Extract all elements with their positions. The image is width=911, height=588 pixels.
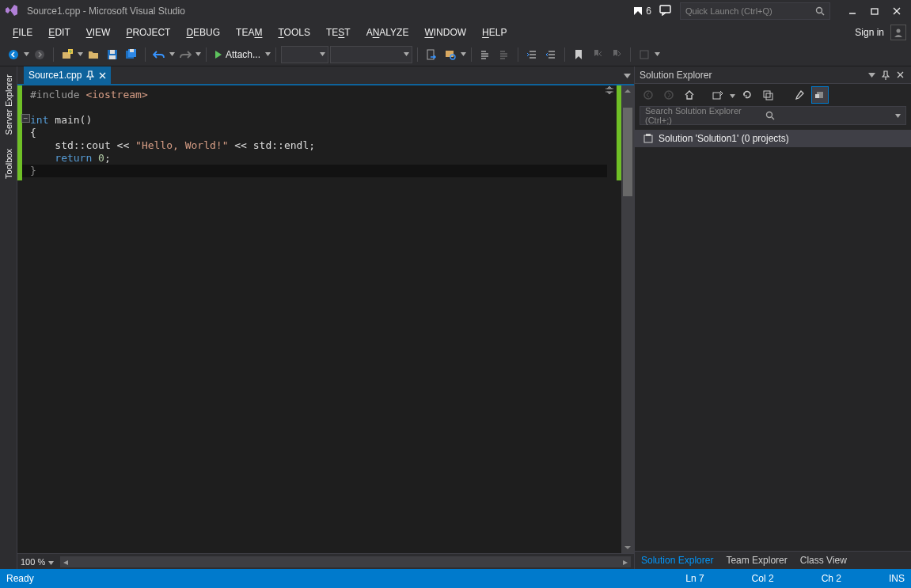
open-file-button[interactable] <box>85 46 102 63</box>
scroll-down-icon[interactable] <box>621 542 634 553</box>
svg-rect-29 <box>764 91 770 97</box>
zoom-level[interactable]: 100 % <box>21 557 45 567</box>
attach-label: Attach... <box>226 49 260 60</box>
menu-test[interactable]: TEST <box>318 25 359 40</box>
menu-debug[interactable]: DEBUG <box>178 25 228 40</box>
notifications-button[interactable]: 6 <box>633 6 651 17</box>
quick-launch-input[interactable]: Quick Launch (Ctrl+Q) <box>680 2 830 20</box>
save-button[interactable] <box>104 46 121 63</box>
solution-explorer-title-bar[interactable]: Solution Explorer <box>635 66 911 84</box>
se-refresh-button[interactable] <box>738 86 756 104</box>
solution-root-node[interactable]: Solution 'Solution1' (0 projects) <box>635 130 911 147</box>
panel-pin-icon[interactable] <box>879 69 892 82</box>
code-editor[interactable]: − #include <iostream> int main() { std::… <box>17 85 634 553</box>
undo-button[interactable] <box>150 46 168 63</box>
solution-explorer-search-placeholder: Search Solution Explorer (Ctrl+;) <box>645 106 765 125</box>
svg-rect-32 <box>815 94 819 98</box>
redo-dropdown[interactable] <box>195 52 201 56</box>
find-button[interactable] <box>442 46 459 63</box>
se-back-button[interactable] <box>640 86 657 104</box>
menu-edit[interactable]: EDIT <box>40 25 78 40</box>
maximize-button[interactable] <box>864 3 886 19</box>
menu-file[interactable]: FILE <box>5 25 40 40</box>
indent-button[interactable] <box>523 46 541 63</box>
panel-close-icon[interactable] <box>894 69 906 82</box>
se-forward-button[interactable] <box>660 86 678 104</box>
menu-help[interactable]: HELP <box>474 25 514 40</box>
save-all-button[interactable] <box>123 46 140 63</box>
tab-team-explorer[interactable]: Team Explorer <box>719 552 793 569</box>
solution-config-combo[interactable] <box>281 46 328 63</box>
solution-explorer-tree[interactable]: Solution 'Solution1' (0 projects) <box>635 128 911 551</box>
scroll-left-icon[interactable]: ◂ <box>60 556 71 567</box>
feedback-button[interactable] <box>659 5 672 18</box>
scroll-right-icon[interactable]: ▸ <box>620 556 631 567</box>
uncomment-button[interactable] <box>495 46 513 63</box>
se-show-all-files-button[interactable] <box>811 86 829 104</box>
tab-solution-explorer[interactable]: Solution Explorer <box>635 552 719 569</box>
close-button[interactable] <box>886 3 908 19</box>
svg-rect-17 <box>130 49 134 52</box>
se-scope-button[interactable] <box>709 86 727 104</box>
comment-button[interactable] <box>476 46 494 63</box>
menu-window[interactable]: WINDOW <box>416 25 474 40</box>
document-tab-label: Source1.cpp <box>28 70 82 81</box>
menu-team[interactable]: TEAM <box>228 25 270 40</box>
se-collapse-all-button[interactable] <box>759 86 776 104</box>
svg-rect-13 <box>110 50 115 54</box>
new-project-button[interactable] <box>59 46 76 63</box>
server-explorer-tab[interactable]: Server Explorer <box>3 71 14 138</box>
outdent-button[interactable] <box>542 46 560 63</box>
solution-explorer-search[interactable]: Search Solution Explorer (Ctrl+;) <box>640 106 906 125</box>
horizontal-scrollbar[interactable]: ◂ ▸ <box>60 556 631 567</box>
speech-bubble-icon <box>659 5 672 16</box>
next-bookmark-button[interactable] <box>608 46 625 63</box>
find-in-files-button[interactable] <box>423 46 440 63</box>
account-avatar-icon[interactable] <box>890 25 906 40</box>
zoom-dropdown[interactable] <box>48 556 54 567</box>
vscroll-thumb[interactable] <box>623 108 632 196</box>
undo-dropdown[interactable] <box>169 52 175 56</box>
sign-in-link[interactable]: Sign in <box>855 27 884 38</box>
document-tab-active[interactable]: Source1.cpp <box>24 66 111 84</box>
minimize-button[interactable] <box>841 3 864 19</box>
search-dropdown-icon[interactable] <box>895 114 901 118</box>
attach-debugger-button[interactable]: Attach... <box>211 49 264 60</box>
document-tab-strip: Source1.cpp <box>17 66 634 84</box>
svg-rect-35 <box>644 135 652 142</box>
panel-window-position-dropdown[interactable] <box>865 69 878 82</box>
toolbox-tab[interactable]: Toolbox <box>3 146 14 182</box>
solution-platform-combo[interactable] <box>330 46 412 63</box>
tab-class-view[interactable]: Class View <box>794 552 853 569</box>
split-handle-icon[interactable] <box>604 85 615 97</box>
menu-view[interactable]: VIEW <box>78 25 119 40</box>
new-project-dropdown[interactable] <box>78 52 83 56</box>
search-icon <box>815 6 825 16</box>
find-dropdown[interactable] <box>461 52 466 56</box>
nav-back-dropdown[interactable] <box>24 52 29 56</box>
svg-rect-21 <box>640 51 648 59</box>
pin-icon[interactable] <box>86 70 94 80</box>
status-col: Col 2 <box>752 573 774 584</box>
prev-bookmark-button[interactable] <box>589 46 606 63</box>
menu-analyze[interactable]: ANALYZE <box>359 25 417 40</box>
menu-tools[interactable]: TOOLS <box>270 25 317 40</box>
tab-list-dropdown[interactable] <box>624 70 631 81</box>
scroll-up-icon[interactable] <box>621 85 634 97</box>
vertical-scrollbar[interactable] <box>621 85 634 553</box>
se-home-button[interactable] <box>681 86 698 104</box>
toolbar-overflow[interactable] <box>655 52 660 56</box>
svg-point-7 <box>897 29 901 33</box>
redo-button[interactable] <box>177 46 194 63</box>
fold-collapse-icon[interactable]: − <box>21 114 30 123</box>
se-properties-button[interactable] <box>791 86 808 104</box>
attach-dropdown[interactable] <box>265 52 271 56</box>
extension-button[interactable] <box>636 46 653 63</box>
menu-project[interactable]: PROJECT <box>118 25 178 40</box>
close-tab-icon[interactable] <box>99 72 106 79</box>
svg-line-34 <box>772 117 774 119</box>
nav-forward-button[interactable] <box>31 46 48 63</box>
se-scope-dropdown[interactable] <box>730 89 735 101</box>
bookmark-button[interactable] <box>570 46 587 63</box>
nav-back-button[interactable] <box>5 46 22 63</box>
